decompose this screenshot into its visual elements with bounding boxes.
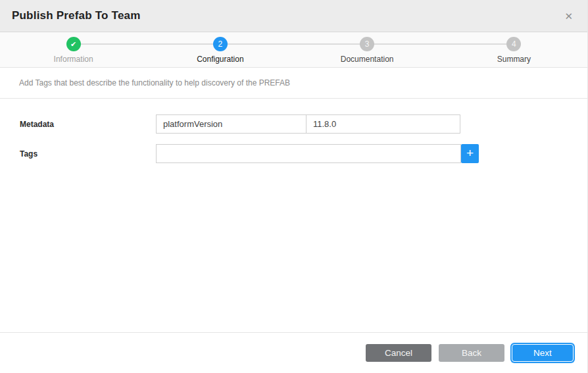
step-label: Configuration <box>197 55 243 64</box>
step-label: Information <box>54 55 93 64</box>
back-button[interactable]: Back <box>439 344 504 362</box>
metadata-label: Metadata <box>20 120 54 129</box>
tags-label: Tags <box>20 149 37 159</box>
close-icon[interactable]: ✕ <box>562 10 576 22</box>
dialog-footer: Cancel Back Next <box>0 332 587 373</box>
step-number-badge: 2 <box>213 37 228 51</box>
dialog-title: Publish Prefab To Team <box>12 9 141 22</box>
stepper-steps: ✔ Information 2 Configuration 3 Document… <box>0 32 587 67</box>
wizard-stepper: ✔ Information 2 Configuration 3 Document… <box>0 32 587 68</box>
publish-prefab-dialog: Publish Prefab To Team ✕ ✔ Information 2… <box>0 0 588 373</box>
step-label: Summary <box>497 55 531 64</box>
step-number-badge: 3 <box>360 37 374 51</box>
step-label: Documentation <box>341 55 394 64</box>
step-information[interactable]: ✔ Information <box>0 32 147 67</box>
metadata-value-input[interactable] <box>306 114 460 134</box>
step-number-badge: 4 <box>506 37 521 51</box>
step-summary[interactable]: 4 Summary <box>441 32 587 67</box>
step-configuration[interactable]: 2 Configuration <box>147 32 293 67</box>
dialog-titlebar: Publish Prefab To Team ✕ <box>0 0 587 32</box>
cancel-button[interactable]: Cancel <box>366 344 431 362</box>
step-description-text: Add Tags that best describe the function… <box>0 68 587 99</box>
plus-icon: + <box>466 147 474 159</box>
metadata-key-input[interactable] <box>156 114 306 134</box>
next-button[interactable]: Next <box>512 344 574 362</box>
step-documentation[interactable]: 3 Documentation <box>294 32 441 67</box>
tags-input[interactable] <box>156 144 461 163</box>
configuration-form: Metadata Tags + <box>0 99 587 332</box>
check-icon: ✔ <box>66 37 81 51</box>
add-tag-button[interactable]: + <box>461 144 479 163</box>
